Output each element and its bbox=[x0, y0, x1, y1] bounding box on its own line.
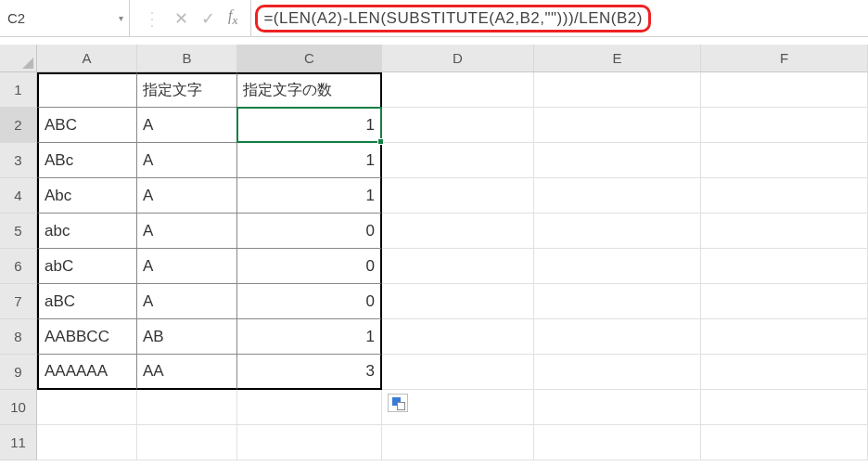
fx-icon[interactable]: fx bbox=[228, 7, 237, 28]
cell-E7[interactable] bbox=[534, 284, 701, 319]
cell-B8[interactable]: AB bbox=[137, 319, 237, 355]
cell-B10[interactable] bbox=[137, 390, 237, 425]
cell-C3[interactable]: 1 bbox=[237, 143, 382, 178]
col-head-D[interactable]: D bbox=[382, 45, 534, 72]
cell-D8[interactable] bbox=[382, 319, 534, 355]
cancel-icon[interactable]: ✕ bbox=[174, 8, 188, 29]
cell-C2[interactable]: 1 bbox=[237, 108, 382, 143]
cell-D1[interactable] bbox=[382, 72, 534, 108]
row-head-6[interactable]: 6 bbox=[0, 249, 37, 284]
select-all-corner[interactable] bbox=[0, 45, 37, 72]
row-head-3[interactable]: 3 bbox=[0, 143, 37, 178]
col-head-B[interactable]: B bbox=[137, 45, 237, 72]
cell-B11[interactable] bbox=[137, 425, 237, 460]
cell-C10[interactable] bbox=[237, 390, 382, 425]
row-head-8[interactable]: 8 bbox=[0, 319, 37, 355]
cell-value: 0 bbox=[366, 222, 375, 240]
cell-F7[interactable] bbox=[701, 284, 868, 319]
cell-C4[interactable]: 1 bbox=[237, 178, 382, 214]
grid-row: AABBCCAB1 bbox=[37, 319, 868, 355]
cell-A10[interactable] bbox=[37, 390, 137, 425]
col-head-C[interactable]: C bbox=[237, 45, 382, 72]
cell-D7[interactable] bbox=[382, 284, 534, 319]
row-head-10[interactable]: 10 bbox=[0, 390, 37, 425]
cell-A11[interactable] bbox=[37, 425, 137, 460]
cell-E11[interactable] bbox=[534, 425, 701, 460]
cell-D5[interactable] bbox=[382, 214, 534, 249]
cell-C5[interactable]: 0 bbox=[237, 214, 382, 249]
chevron-down-icon[interactable]: ▾ bbox=[119, 13, 123, 23]
row-head-7[interactable]: 7 bbox=[0, 284, 37, 319]
cell-F5[interactable] bbox=[701, 214, 868, 249]
cell-A8[interactable]: AABBCC bbox=[37, 319, 137, 355]
cell-E10[interactable] bbox=[534, 390, 701, 425]
cell-F10[interactable] bbox=[701, 390, 868, 425]
cell-A3[interactable]: ABc bbox=[37, 143, 137, 178]
cell-E5[interactable] bbox=[534, 214, 701, 249]
enter-icon[interactable]: ✓ bbox=[201, 8, 215, 29]
cell-value: aBC bbox=[45, 292, 75, 311]
cell-F11[interactable] bbox=[701, 425, 868, 460]
cell-E3[interactable] bbox=[534, 143, 701, 178]
row-head-9[interactable]: 9 bbox=[0, 355, 37, 390]
grid-row: aBCA0 bbox=[37, 284, 868, 319]
cell-C1[interactable]: 指定文字の数 bbox=[237, 72, 382, 108]
cell-B2[interactable]: A bbox=[137, 108, 237, 143]
cell-F9[interactable] bbox=[701, 355, 868, 390]
cell-E2[interactable] bbox=[534, 108, 701, 143]
cell-A9[interactable]: AAAAAA bbox=[37, 355, 137, 390]
cell-D6[interactable] bbox=[382, 249, 534, 284]
cell-B5[interactable]: A bbox=[137, 214, 237, 249]
cell-D2[interactable] bbox=[382, 108, 534, 143]
cell-E6[interactable] bbox=[534, 249, 701, 284]
row-head-5[interactable]: 5 bbox=[0, 214, 37, 249]
cell-D9[interactable] bbox=[382, 355, 534, 390]
cell-D4[interactable] bbox=[382, 178, 534, 214]
formula-input[interactable]: =(LEN(A2)-LEN(SUBSTITUTE(A2,B2,"")))/LEN… bbox=[251, 0, 868, 36]
cell-E9[interactable] bbox=[534, 355, 701, 390]
cell-A4[interactable]: Abc bbox=[37, 178, 137, 214]
row-head-4[interactable]: 4 bbox=[0, 178, 37, 214]
cell-F8[interactable] bbox=[701, 319, 868, 355]
col-head-F[interactable]: F bbox=[701, 45, 868, 72]
col-head-E[interactable]: E bbox=[534, 45, 701, 72]
cell-F4[interactable] bbox=[701, 178, 868, 214]
cell-B4[interactable]: A bbox=[137, 178, 237, 214]
cell-value: 1 bbox=[366, 151, 375, 170]
cell-A1[interactable] bbox=[37, 72, 137, 108]
cell-B3[interactable]: A bbox=[137, 143, 237, 178]
row-head-1[interactable]: 1 bbox=[0, 72, 37, 108]
cell-A2[interactable]: ABC bbox=[37, 108, 137, 143]
cell-D11[interactable] bbox=[382, 425, 534, 460]
cell-B6[interactable]: A bbox=[137, 249, 237, 284]
cell-B1[interactable]: 指定文字 bbox=[137, 72, 237, 108]
cell-C8[interactable]: 1 bbox=[237, 319, 382, 355]
autofill-options-icon[interactable] bbox=[388, 394, 408, 412]
row-head-11[interactable]: 11 bbox=[0, 425, 37, 460]
cell-F3[interactable] bbox=[701, 143, 868, 178]
name-box[interactable]: C2 ▾ bbox=[0, 0, 130, 36]
cell-A7[interactable]: aBC bbox=[37, 284, 137, 319]
col-head-A[interactable]: A bbox=[37, 45, 137, 72]
cell-C11[interactable] bbox=[237, 425, 382, 460]
cell-E8[interactable] bbox=[534, 319, 701, 355]
cell-D3[interactable] bbox=[382, 143, 534, 178]
cell-value: 指定文字の数 bbox=[243, 81, 332, 100]
cell-B9[interactable]: AA bbox=[137, 355, 237, 390]
cell-F1[interactable] bbox=[701, 72, 868, 108]
cell-B7[interactable]: A bbox=[137, 284, 237, 319]
cell-C7[interactable]: 0 bbox=[237, 284, 382, 319]
cell-A5[interactable]: abc bbox=[37, 214, 137, 249]
cell-value: A bbox=[143, 187, 153, 205]
row-head-2[interactable]: 2 bbox=[0, 108, 37, 143]
cell-C9[interactable]: 3 bbox=[237, 355, 382, 390]
cell-A6[interactable]: abC bbox=[37, 249, 137, 284]
row-headers: 1234567891011 bbox=[0, 45, 37, 460]
cell-C6[interactable]: 0 bbox=[237, 249, 382, 284]
cell-value: A bbox=[143, 257, 153, 276]
cell-value: A bbox=[143, 151, 153, 170]
cell-E1[interactable] bbox=[534, 72, 701, 108]
cell-E4[interactable] bbox=[534, 178, 701, 214]
cell-F2[interactable] bbox=[701, 108, 868, 143]
cell-F6[interactable] bbox=[701, 249, 868, 284]
